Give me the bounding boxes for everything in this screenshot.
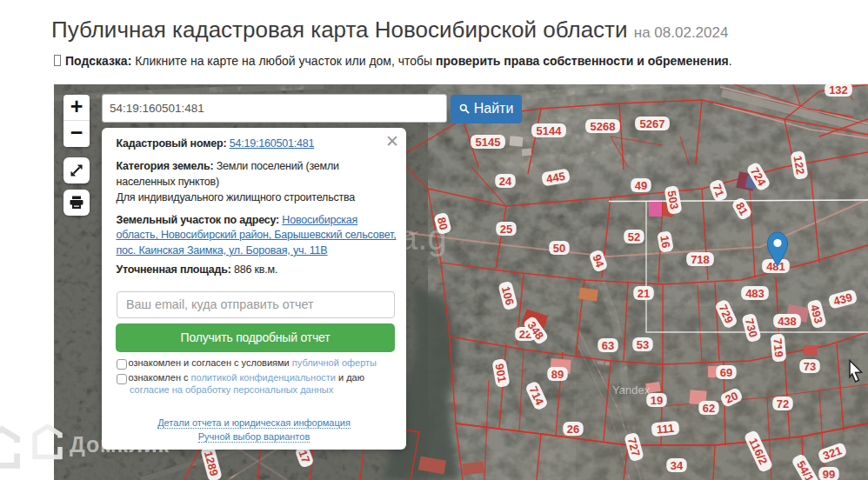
svg-text:63: 63 [602, 339, 614, 352]
svg-text:72: 72 [777, 397, 789, 410]
svg-text:Домклик: Домклик [70, 432, 170, 457]
svg-text:25: 25 [500, 223, 512, 236]
svg-text:438: 438 [778, 315, 797, 328]
svg-text:89: 89 [551, 368, 564, 381]
svg-text:19: 19 [651, 394, 663, 407]
svg-text:73: 73 [804, 360, 816, 373]
svg-text:62: 62 [703, 402, 715, 415]
svg-text:24: 24 [499, 175, 512, 188]
svg-text:5268: 5268 [591, 120, 616, 133]
svg-text:5145: 5145 [476, 136, 501, 149]
svg-text:99: 99 [823, 468, 835, 480]
svg-text:26: 26 [567, 423, 579, 436]
svg-text:Yandex: Yandex [612, 383, 651, 397]
svg-text:16: 16 [658, 235, 672, 250]
svg-text:111: 111 [656, 422, 674, 437]
svg-text:21: 21 [638, 287, 650, 300]
svg-text:5267: 5267 [640, 117, 665, 130]
svg-text:69: 69 [720, 366, 732, 379]
svg-text:132: 132 [829, 84, 848, 97]
svg-text:34: 34 [671, 459, 684, 472]
svg-text:50: 50 [553, 242, 565, 255]
svg-text:53: 53 [637, 338, 649, 351]
svg-text:719: 719 [771, 338, 785, 358]
svg-text:483: 483 [745, 287, 765, 300]
svg-text:52: 52 [628, 230, 640, 243]
svg-text:718: 718 [691, 253, 710, 266]
svg-text:49: 49 [635, 179, 647, 192]
svg-text:5144: 5144 [537, 124, 563, 137]
